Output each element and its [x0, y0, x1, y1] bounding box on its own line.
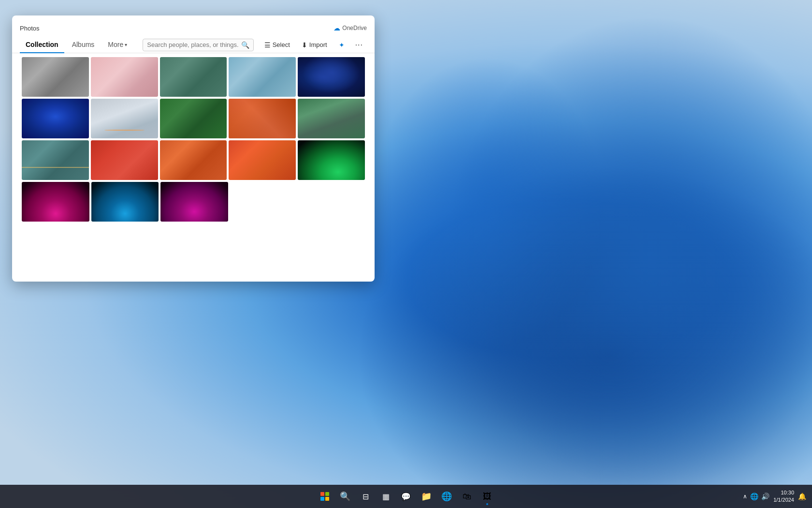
- explorer-icon: 📁: [421, 491, 432, 502]
- taskbar: 🔍 ⊟ ▦ 💬 📁 🌐 🛍 🖼: [0, 485, 812, 508]
- select-icon: ☰: [264, 41, 271, 49]
- search-icon[interactable]: 🔍: [241, 41, 249, 49]
- win-quad-2: [325, 492, 329, 496]
- taskbar-search-button[interactable]: 🔍: [335, 487, 355, 506]
- taskbar-widgets-button[interactable]: ▦: [376, 487, 395, 506]
- photo-row-1: [22, 57, 365, 97]
- taskbar-explorer-button[interactable]: 📁: [417, 487, 436, 506]
- photo-item-4[interactable]: [229, 57, 296, 97]
- tray-network-icon[interactable]: 🌐: [750, 493, 758, 500]
- start-button[interactable]: [315, 487, 334, 506]
- sparkle-button[interactable]: ✦: [334, 39, 349, 51]
- taskbar-photos-button[interactable]: 🖼: [478, 487, 497, 506]
- date: 1/1/2024: [773, 496, 794, 504]
- tray-overflow[interactable]: ∧: [743, 493, 747, 500]
- more-options-button[interactable]: ···: [351, 38, 367, 52]
- tab-collection[interactable]: Collection: [20, 37, 64, 53]
- clock[interactable]: 10:30 1/1/2024: [773, 489, 794, 504]
- taskbar-taskview-button[interactable]: ⊟: [356, 487, 375, 506]
- photo-row-3: [22, 140, 365, 180]
- win-quad-3: [320, 497, 324, 501]
- taskview-icon: ⊟: [362, 492, 369, 501]
- taskbar-center: 🔍 ⊟ ▦ 💬 📁 🌐 🛍 🖼: [315, 487, 497, 506]
- nav-bar: Collection Albums More ▾ 🔍 ☰ Select ⬇ Im…: [12, 35, 375, 53]
- photo-item-11[interactable]: [22, 140, 89, 180]
- win-quad-4: [325, 497, 329, 501]
- photo-item-13[interactable]: [160, 140, 227, 180]
- taskbar-search-icon: 🔍: [340, 491, 350, 502]
- time: 10:30: [773, 489, 794, 496]
- taskbar-edge-button[interactable]: 🌐: [437, 487, 456, 506]
- photo-item-2[interactable]: [91, 57, 158, 97]
- taskbar-system-tray: ∧ 🌐 🔊 10:30 1/1/2024 🔔: [743, 489, 806, 504]
- cloud-icon: ☁: [334, 24, 340, 32]
- photo-item-6[interactable]: [22, 99, 89, 138]
- photo-item-10[interactable]: [298, 99, 365, 138]
- photo-item-15[interactable]: [298, 140, 365, 180]
- toolbar-actions: ☰ Select ⬇ Import ✦ ···: [260, 38, 367, 52]
- empty-space: [230, 182, 365, 222]
- photo-item-7[interactable]: [91, 99, 158, 138]
- sparkle-icon: ✦: [339, 41, 345, 49]
- windows-logo: [320, 492, 329, 501]
- photo-grid-container[interactable]: [12, 53, 375, 282]
- tab-more[interactable]: More ▾: [102, 37, 133, 53]
- chevron-down-icon: ▾: [125, 42, 127, 47]
- photo-item-3[interactable]: [160, 57, 227, 97]
- taskbar-store-button[interactable]: 🛍: [457, 487, 477, 506]
- photo-item-8[interactable]: [160, 99, 227, 138]
- widgets-icon: ▦: [382, 492, 390, 501]
- title-bar: Photos ☁ OneDrive: [12, 15, 375, 35]
- onedrive-label: OneDrive: [342, 25, 367, 31]
- system-tray: ∧ 🌐 🔊: [743, 493, 769, 500]
- photo-item-18[interactable]: [160, 182, 228, 222]
- tab-albums[interactable]: Albums: [66, 37, 101, 53]
- app-title: Photos: [20, 25, 39, 32]
- photo-item-1[interactable]: [22, 57, 89, 97]
- import-button[interactable]: ⬇ Import: [297, 39, 332, 51]
- win-quad-1: [320, 492, 324, 496]
- photo-item-5[interactable]: [298, 57, 365, 97]
- photo-item-12[interactable]: [91, 140, 158, 180]
- edge-icon: 🌐: [441, 491, 452, 502]
- photos-taskbar-icon: 🖼: [483, 492, 492, 502]
- photo-item-9[interactable]: [229, 99, 296, 138]
- search-box[interactable]: 🔍: [143, 39, 253, 51]
- tray-volume-icon[interactable]: 🔊: [761, 493, 769, 500]
- active-indicator: [486, 503, 488, 505]
- chat-icon: 💬: [401, 492, 411, 501]
- photo-row-4: [22, 182, 365, 222]
- search-input[interactable]: [147, 41, 238, 48]
- photo-item-14[interactable]: [229, 140, 296, 180]
- notification-icon[interactable]: 🔔: [798, 493, 806, 500]
- photo-item-17[interactable]: [91, 182, 159, 222]
- select-button[interactable]: ☰ Select: [260, 39, 295, 51]
- photo-row-2: [22, 99, 365, 138]
- photos-window: Photos ☁ OneDrive Collection Albums More…: [12, 15, 375, 282]
- onedrive-badge: ☁ OneDrive: [334, 24, 367, 32]
- store-icon: 🛍: [463, 492, 471, 502]
- import-icon: ⬇: [302, 41, 307, 49]
- photo-item-16[interactable]: [22, 182, 89, 222]
- taskbar-chat-button[interactable]: 💬: [396, 487, 416, 506]
